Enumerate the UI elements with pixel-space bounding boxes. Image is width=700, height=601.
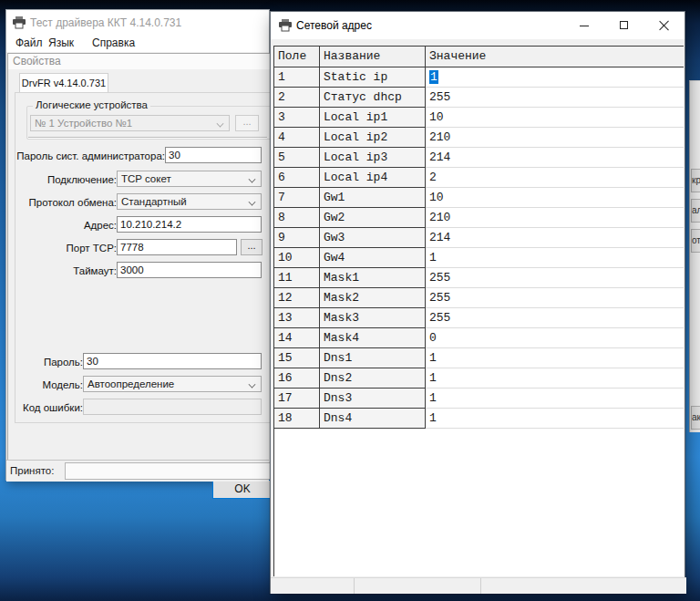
minimize-button[interactable] xyxy=(564,12,604,39)
field-value-cell[interactable]: 1 xyxy=(426,348,684,368)
tcp-port-browse-button[interactable]: ... xyxy=(241,239,262,255)
field-number-cell[interactable]: 12 xyxy=(274,288,320,308)
ok-button[interactable]: OK xyxy=(212,480,273,499)
field-number-cell[interactable]: 8 xyxy=(274,208,320,228)
background-button-fragment[interactable]: али xyxy=(691,199,700,223)
field-number-cell[interactable]: 7 xyxy=(274,188,320,208)
field-number-cell[interactable]: 15 xyxy=(274,348,320,368)
field-number-cell[interactable]: 2 xyxy=(274,88,320,108)
device-browse-button[interactable]: ... xyxy=(235,115,259,131)
field-name-cell[interactable]: Dns2 xyxy=(320,368,426,389)
field-number-cell[interactable]: 4 xyxy=(274,128,320,148)
background-button-fragment[interactable]: от/ xyxy=(691,229,700,253)
field-number-cell[interactable]: 1 xyxy=(274,67,320,88)
field-number-cell[interactable]: 9 xyxy=(274,228,320,248)
table-row[interactable]: 9Gw3214 xyxy=(274,228,684,248)
field-value-cell[interactable]: 1 xyxy=(426,248,684,268)
table-row[interactable]: 1Static ip1 xyxy=(274,67,684,88)
field-value-cell[interactable]: 210 xyxy=(426,128,684,148)
table-row[interactable]: 14Mask40 xyxy=(274,328,684,348)
field-name-cell[interactable]: Local ip1 xyxy=(320,108,426,128)
background-button-fragment[interactable]: акр xyxy=(691,406,700,430)
table-row[interactable]: 8Gw2210 xyxy=(274,208,684,228)
field-name-cell[interactable]: Dns1 xyxy=(320,348,426,368)
field-value-cell[interactable]: 255 xyxy=(426,268,684,288)
field-value-cell[interactable]: 1 xyxy=(426,409,684,429)
field-value-cell[interactable]: 214 xyxy=(426,228,684,248)
table-row[interactable]: 7Gw110 xyxy=(274,188,684,208)
field-number-cell[interactable]: 13 xyxy=(274,308,320,328)
connection-select[interactable]: TCP сокет xyxy=(117,171,262,187)
field-name-cell[interactable]: Local ip4 xyxy=(320,168,426,188)
password-input[interactable] xyxy=(83,353,262,369)
menu-help[interactable]: Справка xyxy=(90,36,137,52)
tcp-port-input[interactable] xyxy=(117,239,237,255)
field-value-cell[interactable]: 255 xyxy=(426,288,684,308)
field-name-cell[interactable]: Статус dhcp xyxy=(320,88,426,108)
admin-password-input[interactable] xyxy=(165,147,262,163)
field-value-cell[interactable]: 214 xyxy=(426,148,684,168)
address-input[interactable] xyxy=(117,216,262,233)
field-name-cell[interactable]: Gw2 xyxy=(320,208,426,228)
field-value-cell[interactable]: 255 xyxy=(426,308,684,328)
field-value-cell[interactable]: 1 xyxy=(426,67,684,88)
field-name-cell[interactable]: Dns4 xyxy=(320,409,426,429)
field-number-cell[interactable]: 6 xyxy=(274,168,320,188)
device-select[interactable]: № 1 Устройство №1 xyxy=(30,115,230,131)
field-value-cell[interactable]: 255 xyxy=(426,88,684,108)
menu-file[interactable]: Файл xyxy=(14,36,45,52)
field-number-cell[interactable]: 17 xyxy=(274,389,320,409)
field-value-cell[interactable]: 1 xyxy=(426,368,684,389)
field-name-cell[interactable]: Mask3 xyxy=(320,308,426,328)
field-name-cell[interactable]: Local ip3 xyxy=(320,148,426,168)
table-row[interactable]: 15Dns11 xyxy=(274,348,684,368)
maximize-button[interactable] xyxy=(604,12,644,39)
close-button[interactable] xyxy=(644,12,685,39)
table-row[interactable]: 3Local ip110 xyxy=(274,108,684,128)
field-name-cell[interactable]: Dns3 xyxy=(320,389,426,409)
field-number-cell[interactable]: 3 xyxy=(274,108,320,128)
field-number-cell[interactable]: 14 xyxy=(274,328,320,348)
field-name-cell[interactable]: Local ip2 xyxy=(320,128,426,148)
field-number-cell[interactable]: 11 xyxy=(274,268,320,288)
model-select[interactable]: Автоопределение xyxy=(83,376,262,392)
table-row[interactable]: 2Статус dhcp255 xyxy=(274,88,684,108)
field-name-cell[interactable]: Gw4 xyxy=(320,248,426,268)
table-row[interactable]: 6Local ip42 xyxy=(274,168,684,188)
field-value-cell[interactable]: 10 xyxy=(426,188,684,208)
field-name-cell[interactable]: Static ip xyxy=(320,67,426,88)
network-table: Поле Название Значение 1Static ip12Стату… xyxy=(273,46,684,576)
table-row[interactable]: 16Dns21 xyxy=(274,368,684,389)
field-value-cell[interactable]: 10 xyxy=(426,108,684,128)
tab-drvfr[interactable]: DrvFR v4.14.0.731 xyxy=(19,73,108,93)
field-name-cell[interactable]: Mask2 xyxy=(320,288,426,308)
table-row[interactable]: 17Dns31 xyxy=(274,389,684,409)
maximize-icon xyxy=(620,21,628,29)
field-value-cell[interactable]: 2 xyxy=(426,168,684,188)
table-row[interactable]: 13Mask3255 xyxy=(274,308,684,328)
table-row[interactable]: 18Dns41 xyxy=(274,409,684,429)
chevron-down-icon xyxy=(217,120,223,127)
field-name-cell[interactable]: Gw1 xyxy=(320,188,426,208)
table-row[interactable]: 4Local ip2210 xyxy=(274,128,684,148)
table-row[interactable]: 11Mask1255 xyxy=(274,268,684,288)
background-button-fragment[interactable]: кры xyxy=(691,169,700,192)
field-number-cell[interactable]: 10 xyxy=(274,248,320,268)
field-name-cell[interactable]: Gw3 xyxy=(320,228,426,248)
field-number-cell[interactable]: 18 xyxy=(274,409,320,429)
field-number-cell[interactable]: 16 xyxy=(274,368,320,389)
field-number-cell[interactable]: 5 xyxy=(274,148,320,168)
field-value-cell[interactable]: 210 xyxy=(426,208,684,228)
field-value-cell[interactable]: 1 xyxy=(426,389,684,409)
table-header-row: Поле Название Значение xyxy=(274,47,684,67)
table-row[interactable]: 10Gw41 xyxy=(274,248,684,268)
menu-language[interactable]: Язык xyxy=(46,36,76,52)
field-name-cell[interactable]: Mask4 xyxy=(320,328,426,348)
timeout-input[interactable] xyxy=(117,262,262,278)
field-name-cell[interactable]: Mask1 xyxy=(320,268,426,288)
separator xyxy=(28,137,267,139)
table-row[interactable]: 5Local ip3214 xyxy=(274,148,684,168)
protocol-select[interactable]: Стандартный xyxy=(117,193,262,210)
table-row[interactable]: 12Mask2255 xyxy=(274,288,684,308)
field-value-cell[interactable]: 0 xyxy=(426,328,684,348)
